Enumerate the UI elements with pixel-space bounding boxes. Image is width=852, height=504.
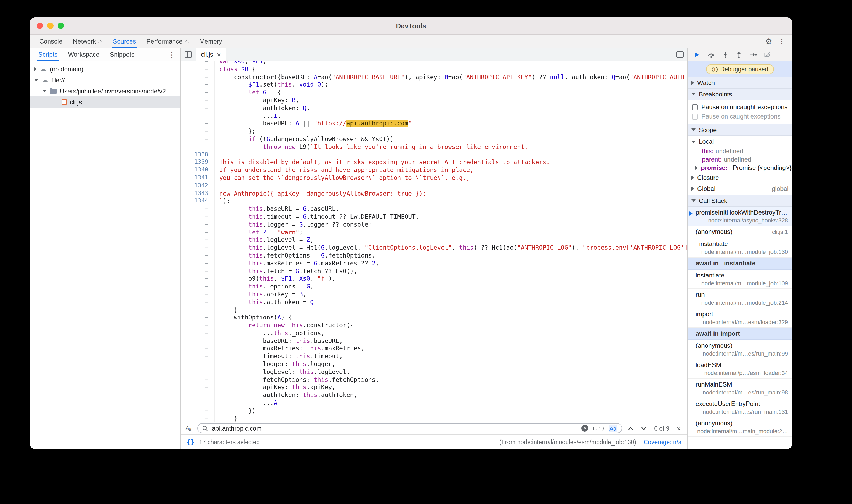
pretty-print-icon[interactable]: {} [187, 438, 194, 446]
tab-memory[interactable]: Memory [194, 35, 227, 48]
disclosure-right-icon[interactable] [691, 176, 694, 180]
scope-section-header[interactable]: Scope [688, 124, 792, 136]
call-stack-frame[interactable]: (anonymous)node:internal/m…es/run_main:9… [688, 340, 792, 359]
line-number[interactable]: – [181, 73, 215, 81]
line-number[interactable]: – [181, 127, 215, 135]
tab-console[interactable]: Console [34, 35, 68, 48]
line-number[interactable]: – [181, 205, 215, 213]
line-number[interactable]: – [181, 283, 215, 291]
frame-location[interactable]: node:internal/m…es/run_main:98 [703, 389, 788, 395]
zoom-window-button[interactable] [58, 22, 64, 29]
line-number[interactable]: – [181, 298, 215, 306]
frame-location[interactable]: cli.js:1 [772, 229, 788, 235]
frame-location[interactable]: node:internal/m…module_job:109 [702, 280, 788, 286]
coverage-link[interactable]: Coverage: n/a [644, 439, 682, 445]
tree-item[interactable]: cli.js [30, 96, 180, 108]
line-number[interactable]: – [181, 360, 215, 368]
line-number[interactable]: – [181, 353, 215, 361]
call-stack-frame[interactable]: (anonymous)cli.js:1 [688, 226, 792, 238]
next-match-button[interactable] [639, 426, 649, 430]
line-number[interactable]: – [181, 81, 215, 89]
line-number[interactable]: 1340 [181, 166, 215, 174]
deactivate-breakpoints-button[interactable] [764, 51, 771, 58]
navigator-more-icon[interactable]: ⋮ [163, 48, 180, 61]
disclosure-down-icon[interactable] [691, 199, 696, 202]
line-number[interactable]: 1344 [181, 197, 215, 205]
titlebar[interactable]: DevTools [30, 17, 792, 35]
breakpoint-toggle-row[interactable]: Pause on uncaught exceptions [688, 102, 792, 112]
line-number[interactable]: – [181, 252, 215, 259]
search-input[interactable]: api.anthropic.com × (.*) Aa [197, 423, 622, 433]
step-out-button[interactable] [735, 51, 742, 58]
code-editor[interactable]: –var Xs0, $F1,–class $B {– constructor({… [181, 61, 687, 422]
line-number[interactable]: – [181, 66, 215, 73]
search-query[interactable]: api.anthropic.com [212, 425, 578, 432]
call-stack-frame[interactable]: runMainESMnode:internal/m…es/run_main:98 [688, 379, 792, 398]
scope-group-closure[interactable]: Closure [688, 172, 792, 183]
line-number[interactable]: 1343 [181, 190, 215, 197]
call-stack-frame[interactable]: _instantiatenode:internal/m…module_job:1… [688, 238, 792, 257]
step-over-button[interactable] [707, 51, 715, 58]
clear-search-icon[interactable]: × [582, 425, 588, 432]
frame-location[interactable]: node:internal/m…module_job:130 [702, 249, 788, 255]
step-into-button[interactable] [722, 51, 729, 58]
line-number[interactable]: – [181, 415, 215, 422]
close-search-icon[interactable]: × [675, 424, 682, 432]
frame-location[interactable]: node:internal/m…s/run_main:131 [703, 409, 788, 415]
navigator-tab-workspace[interactable]: Workspace [63, 48, 105, 61]
scope-variable[interactable]: this:undefined [688, 147, 792, 155]
line-number[interactable]: 1341 [181, 174, 215, 182]
line-number[interactable]: – [181, 244, 215, 252]
close-tab-icon[interactable]: × [217, 51, 221, 58]
call-stack-frame[interactable]: importnode:internal/m…esm/loader:329 [688, 308, 792, 328]
tab-sources[interactable]: Sources [108, 35, 141, 48]
checkbox[interactable] [692, 113, 698, 119]
call-stack-frame[interactable]: loadESMnode:internal/p…/esm_loader:34 [688, 359, 792, 379]
line-number[interactable]: – [181, 112, 215, 120]
line-number[interactable]: – [181, 392, 215, 399]
tree-item[interactable]: Users/jinhuilee/.nvm/versions/node/v2… [30, 86, 180, 96]
line-number[interactable]: – [181, 89, 215, 96]
line-number[interactable]: – [181, 314, 215, 322]
frame-location[interactable]: node:internal/async_hooks:328 [708, 217, 788, 223]
more-options-icon[interactable]: ⋮ [779, 37, 786, 45]
breakpoint-toggle-row[interactable]: Pause on caught exceptions [688, 112, 792, 121]
line-number[interactable]: – [181, 229, 215, 236]
line-number[interactable]: – [181, 236, 215, 244]
line-number[interactable]: – [181, 384, 215, 392]
frame-location[interactable]: node:internal/m…module_job:214 [702, 300, 788, 306]
line-number[interactable]: – [181, 291, 215, 299]
disclosure-right-icon[interactable] [695, 166, 698, 170]
file-tab-cli-js[interactable]: cli.js × [196, 48, 226, 61]
disclosure-down-icon[interactable] [691, 140, 696, 143]
line-number[interactable]: – [181, 61, 215, 66]
line-number[interactable]: – [181, 213, 215, 221]
line-number[interactable]: – [181, 96, 215, 104]
breakpoints-section-header[interactable]: Breakpoints [688, 89, 792, 100]
close-window-button[interactable] [37, 22, 43, 29]
tree-item[interactable]: ☁(no domain) [30, 64, 180, 74]
line-number[interactable]: – [181, 306, 215, 314]
toggle-navigator-icon[interactable] [181, 48, 196, 61]
step-button[interactable] [749, 51, 757, 58]
line-number[interactable]: – [181, 267, 215, 275]
watch-section-header[interactable]: Watch [688, 77, 792, 89]
call-stack-frame[interactable]: instantiatenode:internal/m…module_job:10… [688, 270, 792, 289]
resume-button[interactable] [694, 51, 700, 58]
frame-location[interactable]: node:internal/m…es/run_main:99 [703, 350, 788, 357]
frame-location[interactable]: node:internal/p…/esm_loader:34 [704, 370, 788, 376]
line-number[interactable]: – [181, 259, 215, 267]
line-number[interactable]: – [181, 337, 215, 345]
call-stack-frame[interactable]: promiseInitHookWithDestroyTr…node:intern… [688, 206, 792, 226]
previous-match-button[interactable] [626, 426, 635, 430]
match-case-toggle-icon[interactable]: Aa [608, 425, 618, 431]
call-stack-frame[interactable]: (anonymous)node:internal/m…main_module:2… [688, 417, 792, 437]
navigator-tab-scripts[interactable]: Scripts [33, 48, 63, 61]
line-number[interactable]: – [181, 220, 215, 229]
disclosure-down-icon[interactable] [42, 90, 47, 92]
line-number[interactable]: – [181, 399, 215, 407]
search-mode-icon[interactable]: AB [186, 426, 194, 431]
line-number[interactable]: – [181, 120, 215, 128]
scope-group-global[interactable]: Globalglobal [688, 183, 792, 194]
call-stack-section-header[interactable]: Call Stack [688, 195, 792, 206]
